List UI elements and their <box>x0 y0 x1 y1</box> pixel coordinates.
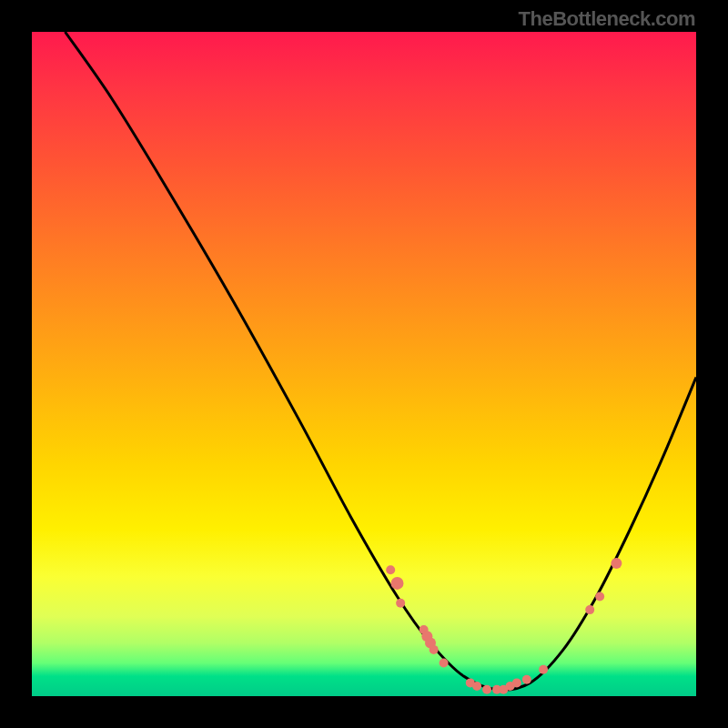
data-dot <box>396 599 405 608</box>
data-dot <box>466 678 475 687</box>
data-dot <box>595 592 604 602</box>
data-dot <box>506 682 515 691</box>
data-dot <box>440 659 449 668</box>
bottleneck-curve <box>66 32 697 690</box>
data-dot <box>430 645 439 654</box>
data-dot <box>512 678 521 687</box>
data-dots <box>386 558 622 694</box>
data-dot <box>386 565 395 574</box>
plot-area <box>32 32 696 696</box>
data-dot <box>420 625 429 634</box>
watermark-text: TheBottleneck.com <box>519 7 695 31</box>
data-dot <box>425 638 436 649</box>
chart-svg <box>32 32 696 696</box>
data-dot <box>421 631 432 642</box>
data-dot <box>472 682 481 691</box>
data-dot <box>482 685 491 694</box>
data-dot <box>611 558 622 569</box>
data-dot <box>522 675 531 684</box>
data-dot <box>492 685 501 694</box>
data-dot <box>539 665 548 674</box>
chart-container: TheBottleneck.com <box>0 0 728 728</box>
data-dot <box>585 605 594 614</box>
data-dot <box>391 577 404 590</box>
data-dot <box>499 685 508 694</box>
